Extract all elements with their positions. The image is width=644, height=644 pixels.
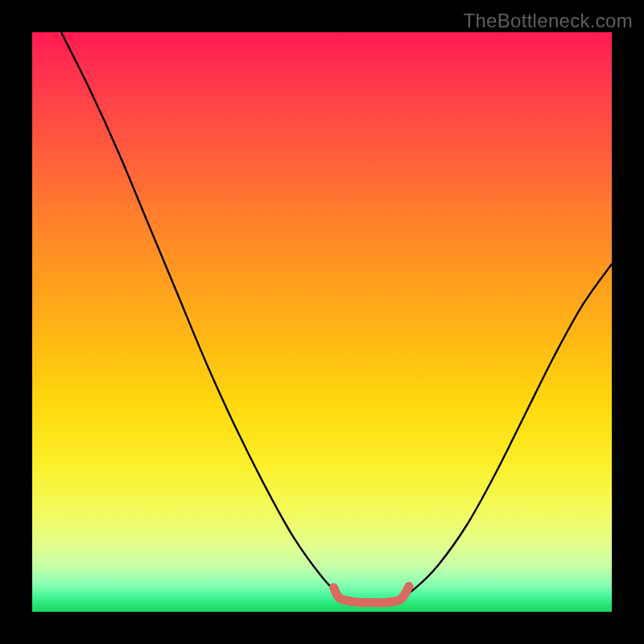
valley-marker [333,586,409,602]
right-curve [398,264,612,601]
chart-frame: TheBottleneck.com [0,0,644,644]
left-curve [61,32,351,601]
watermark-text: TheBottleneck.com [463,10,633,32]
plot-area [32,32,612,612]
curve-layer [32,32,612,612]
